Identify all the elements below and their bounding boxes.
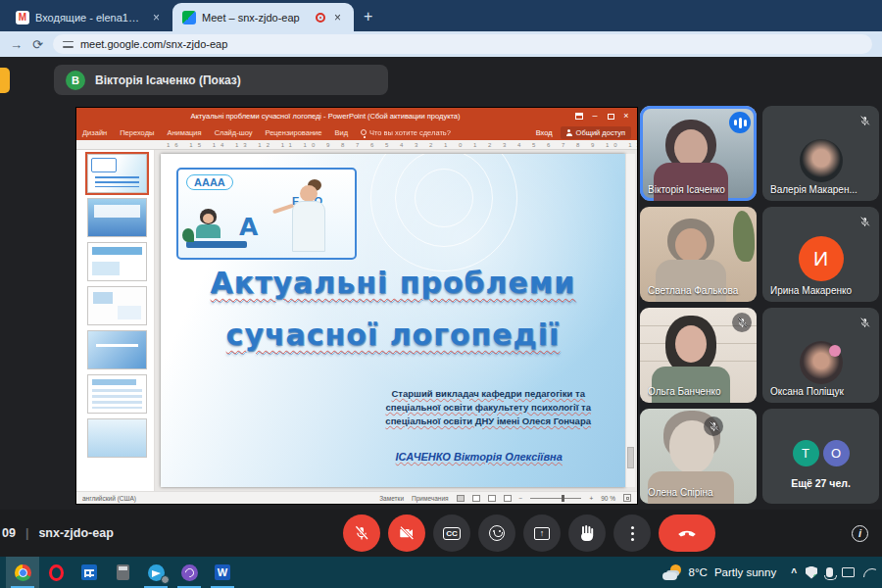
ppt-ruler: 16 15 14 13 12 11 10 9 8 7 6 5 4 3 2 1 0… (76, 140, 637, 150)
current-slide[interactable]: АААА А Е О (161, 154, 625, 487)
comments-button[interactable]: Примечания (412, 495, 449, 502)
forward-arrow-icon[interactable]: → (10, 38, 23, 51)
site-settings-icon[interactable] (63, 40, 74, 49)
new-tab-button[interactable]: + (364, 8, 372, 25)
slide-thumbnail-1[interactable] (87, 154, 147, 193)
restore-button[interactable] (603, 110, 618, 122)
address-bar[interactable]: meet.google.com/snx-zjdo-eap (53, 34, 872, 54)
participant-tile[interactable]: И Ольга Банченко Ирина Макаренко (762, 207, 879, 302)
gmail-icon: M (16, 11, 29, 24)
tab-close-icon[interactable]: × (331, 11, 344, 24)
camera-button[interactable] (388, 514, 425, 552)
overflow-tile[interactable]: T О Ещё 27 чел. (762, 409, 879, 504)
mic-button[interactable] (343, 514, 380, 552)
slide-thumbnail-5[interactable] (87, 330, 147, 369)
tray-device-icon[interactable] (842, 567, 855, 577)
minimize-button[interactable]: – (587, 110, 603, 122)
slide-thumbnail-6[interactable] (87, 374, 147, 414)
tab-close-icon[interactable]: × (150, 11, 163, 24)
taskbar-word-icon[interactable]: W (206, 557, 239, 588)
person-icon (566, 129, 572, 136)
ppt-ribbon-tabs: Дизайн Переходы Анимация Слайд-шоу Рецен… (76, 124, 637, 140)
presenter-chip-label: Вікторія Ісаченко (Показ) (95, 74, 241, 87)
tell-me-box[interactable]: Что вы хотите сделать? (361, 128, 451, 137)
share-button[interactable]: Общий доступ (561, 126, 631, 139)
taskbar-viber-icon[interactable] (172, 557, 206, 588)
slide-thumbnail-4[interactable] (87, 286, 147, 325)
info-button[interactable]: i (852, 525, 868, 542)
zoom-out-button[interactable]: − (519, 495, 523, 502)
zoom-level[interactable]: 90 % (601, 495, 615, 502)
share-button-label: Общий доступ (576, 128, 625, 137)
phone-icon (676, 522, 698, 544)
slide-scrollbar[interactable] (625, 154, 635, 487)
close-button[interactable]: × (618, 110, 634, 122)
participant-tile[interactable]: Вікторія Ісаченко (640, 106, 757, 201)
end-call-button[interactable] (659, 514, 715, 552)
participant-tile[interactable]: Оксана Поліщук (762, 308, 879, 403)
ribbon-tab-animations[interactable]: Анимация (167, 128, 201, 137)
ppt-statusbar: английский (США) Заметки Примечания − + … (76, 491, 637, 504)
ppt-titlebar: Актуальні проблеми сучасної логопеді - P… (76, 108, 637, 124)
wifi-icon[interactable] (863, 568, 876, 577)
desk-shape (186, 241, 247, 248)
more-options-button[interactable] (613, 514, 651, 552)
tray-chevron-icon[interactable]: ^ (791, 567, 797, 578)
participant-tile[interactable]: Валерія Макарен... (762, 106, 879, 201)
screen: M Входящие - elena19lab23@gm × Meet – sn… (0, 0, 882, 588)
tab-meet[interactable]: Meet – snx-zjdo-eap × (172, 3, 354, 31)
participant-tile[interactable]: Ольга Банченко (640, 308, 757, 403)
normal-view-icon[interactable] (457, 495, 465, 502)
present-button[interactable]: ↑ (523, 514, 561, 552)
ribbon-options-icon[interactable] (571, 110, 587, 122)
sign-in-button[interactable]: Вход (536, 128, 553, 137)
avatar: И (799, 236, 844, 281)
taskbar-calendar-icon[interactable] (73, 557, 106, 588)
slide-subtitle: Старший викладач кафедри педагогіки та с… (369, 387, 607, 427)
participant-tile[interactable]: Светлана Фалькова (640, 207, 757, 302)
taskbar-calculator-icon[interactable] (106, 557, 139, 588)
smiley-icon (489, 525, 505, 541)
weather-icon (662, 564, 682, 580)
ribbon-tab-view[interactable]: Вид (334, 128, 348, 137)
security-shield-icon[interactable] (806, 566, 817, 579)
meet-controls-bar: 09 | snx-zjdo-eap CC ↑ i (0, 510, 882, 557)
taskbar-opera-icon[interactable] (39, 557, 73, 588)
slide-thumbnail-panel[interactable] (76, 150, 155, 491)
tray-mic-icon[interactable] (826, 567, 833, 577)
scrollbar-thumb[interactable] (627, 447, 634, 468)
zoom-slider-knob[interactable] (562, 495, 564, 502)
fit-slide-icon[interactable] (623, 494, 631, 502)
participant-name: Вікторія Ісаченко (648, 184, 753, 195)
captions-icon: CC (443, 527, 461, 540)
slideshow-view-icon[interactable] (504, 495, 512, 502)
presenter-avatar: В (66, 71, 85, 90)
presentation-stage: Актуальні проблеми сучасної логопеді - P… (0, 102, 640, 510)
ribbon-tab-design[interactable]: Дизайн (82, 128, 107, 137)
slide-thumbnail-3[interactable] (87, 242, 147, 281)
taskbar-telegram-icon[interactable] (139, 557, 172, 588)
ribbon-tab-review[interactable]: Рецензирование (266, 128, 322, 137)
presenter-chip[interactable]: В Вікторія Ісаченко (Показ) (54, 65, 388, 95)
slide-thumbnail-2[interactable] (87, 198, 147, 237)
slide-thumbnail-7[interactable] (87, 418, 147, 458)
tab-meet-label: Meet – snx-zjdo-eap (202, 12, 310, 24)
slide-author: ІСАЧЕНКО Вікторія Олексіївна (347, 451, 612, 463)
zoom-in-button[interactable]: + (589, 495, 593, 502)
reading-view-icon[interactable] (488, 495, 496, 502)
ribbon-tab-slideshow[interactable]: Слайд-шоу (215, 128, 253, 137)
ribbon-tab-transitions[interactable]: Переходы (120, 128, 154, 137)
tab-gmail[interactable]: M Входящие - elena19lab23@gm × (6, 3, 172, 31)
zoom-slider[interactable] (530, 498, 581, 499)
weather-widget[interactable]: 8°C Partly sunny (662, 564, 777, 580)
status-language[interactable]: английский (США) (82, 495, 136, 502)
participant-tile[interactable]: Олена Спіріна (640, 409, 757, 504)
reload-icon[interactable]: ⟳ (32, 38, 43, 51)
raise-hand-button[interactable] (568, 514, 606, 552)
notes-button[interactable]: Заметки (379, 495, 404, 502)
captions-button[interactable]: CC (433, 514, 470, 552)
slide-sorter-view-icon[interactable] (472, 495, 480, 502)
letter-a: А (239, 213, 258, 241)
taskbar-chrome-icon[interactable] (6, 557, 39, 588)
reactions-button[interactable] (478, 514, 515, 552)
